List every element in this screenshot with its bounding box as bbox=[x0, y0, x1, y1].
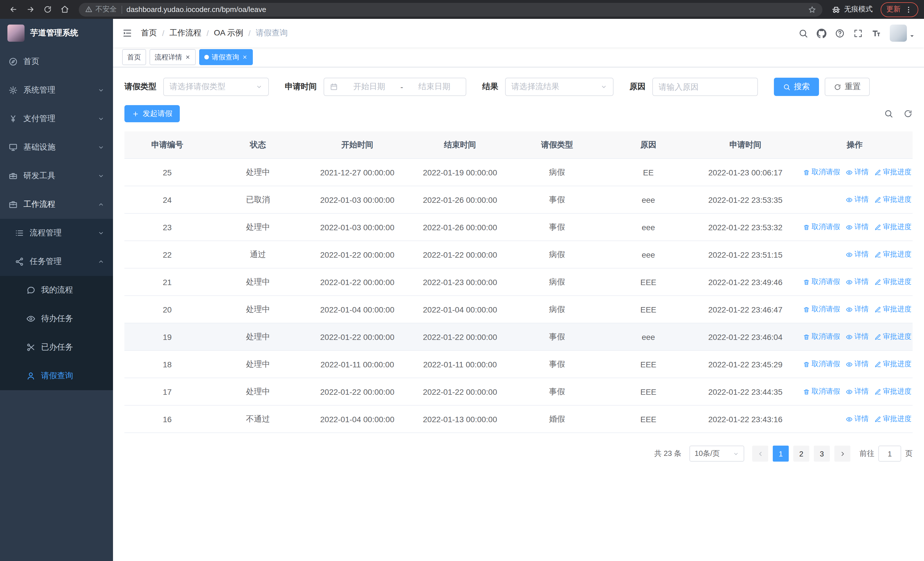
action-cancel[interactable]: 取消请假 bbox=[803, 304, 840, 314]
action-progress[interactable]: 审批进度 bbox=[874, 332, 912, 341]
header-search-icon[interactable] bbox=[798, 28, 808, 38]
browser-forward-icon[interactable] bbox=[23, 2, 38, 17]
action-progress[interactable]: 审批进度 bbox=[874, 167, 912, 177]
action-detail[interactable]: 详情 bbox=[846, 359, 868, 369]
action-progress[interactable]: 审批进度 bbox=[874, 304, 912, 314]
action-label: 详情 bbox=[854, 167, 868, 177]
sidebar-item-home[interactable]: 首页 bbox=[0, 47, 113, 76]
action-detail[interactable]: 详情 bbox=[846, 332, 868, 341]
cell-applied: 2022-01-22 23:44:35 bbox=[694, 387, 797, 396]
sidebar-item-my-process[interactable]: 我的流程 bbox=[0, 276, 113, 304]
action-cancel[interactable]: 取消请假 bbox=[803, 387, 840, 397]
page-button-3[interactable]: 3 bbox=[814, 445, 830, 462]
action-progress[interactable]: 审批进度 bbox=[874, 414, 912, 424]
prev-page-button[interactable] bbox=[752, 445, 768, 462]
goto-page-input[interactable] bbox=[878, 445, 901, 462]
action-detail[interactable]: 详情 bbox=[846, 195, 868, 205]
content: 请假类型 请选择请假类型 申请时间 开始日期 - 结束日期 bbox=[113, 68, 924, 561]
eye-icon bbox=[846, 333, 853, 340]
reason-input[interactable] bbox=[652, 78, 758, 96]
cell-end: 2022-01-26 00:00:00 bbox=[409, 223, 512, 232]
cell-type: 病假 bbox=[512, 304, 603, 314]
breadcrumb-item[interactable]: 首页 bbox=[141, 28, 157, 38]
search-button[interactable]: 搜索 bbox=[774, 78, 819, 96]
result-select[interactable]: 请选择流结果 bbox=[505, 78, 614, 96]
browser-reload-icon[interactable] bbox=[40, 2, 55, 17]
browser-menu-icon[interactable] bbox=[904, 5, 913, 14]
result-label: 结果 bbox=[482, 82, 498, 92]
action-detail[interactable]: 详情 bbox=[846, 277, 868, 287]
column-header: 结束时间 bbox=[409, 140, 512, 150]
tab-item[interactable]: 流程详情 bbox=[150, 49, 196, 65]
sidebar-item-process-mgmt[interactable]: 流程管理 bbox=[0, 219, 113, 247]
close-icon[interactable] bbox=[242, 54, 248, 60]
bookmark-star-icon[interactable] bbox=[808, 5, 816, 14]
sidebar-item-system[interactable]: 系统管理 bbox=[0, 76, 113, 105]
action-progress[interactable]: 审批进度 bbox=[874, 222, 912, 232]
sidebar-filler bbox=[0, 390, 113, 561]
action-label: 详情 bbox=[854, 195, 868, 205]
action-detail[interactable]: 详情 bbox=[846, 222, 868, 232]
action-detail[interactable]: 详情 bbox=[846, 250, 868, 259]
tab-active[interactable]: 请假查询 bbox=[199, 49, 253, 65]
action-progress[interactable]: 审批进度 bbox=[874, 277, 912, 287]
action-detail[interactable]: 详情 bbox=[846, 414, 868, 424]
font-size-icon[interactable] bbox=[872, 28, 881, 38]
date-range-picker[interactable]: 开始日期 - 结束日期 bbox=[324, 78, 466, 96]
sidebar-item-devtools[interactable]: 研发工具 bbox=[0, 162, 113, 190]
sidebar-item-leave-query[interactable]: 请假查询 bbox=[0, 362, 113, 390]
sidebar-item-infrastructure[interactable]: 基础设施 bbox=[0, 133, 113, 162]
reason-label: 原因 bbox=[630, 82, 645, 92]
cell-status: 处理中 bbox=[210, 387, 306, 397]
sidebar-item-workflow[interactable]: 工作流程 bbox=[0, 190, 113, 219]
action-cancel[interactable]: 取消请假 bbox=[803, 222, 840, 232]
action-progress[interactable]: 审批进度 bbox=[874, 387, 912, 397]
create-leave-button[interactable]: 发起请假 bbox=[124, 105, 180, 122]
action-cancel[interactable]: 取消请假 bbox=[803, 332, 840, 341]
action-detail[interactable]: 详情 bbox=[846, 387, 868, 397]
action-cancel[interactable]: 取消请假 bbox=[803, 359, 840, 369]
sidebar-item-payment[interactable]: 支付管理 bbox=[0, 105, 113, 133]
cell-id: 16 bbox=[124, 415, 210, 424]
next-page-button[interactable] bbox=[834, 445, 850, 462]
leave-type-select[interactable]: 请选择请假类型 bbox=[163, 78, 269, 96]
tab-item[interactable]: 首页 bbox=[122, 49, 146, 65]
incognito-label: 无痕模式 bbox=[844, 5, 873, 14]
action-cancel[interactable]: 取消请假 bbox=[803, 277, 840, 287]
breadcrumb-item[interactable]: 工作流程 bbox=[170, 28, 201, 38]
user-avatar[interactable] bbox=[890, 24, 907, 42]
action-progress[interactable]: 审批进度 bbox=[874, 250, 912, 259]
sidebar-toggle-icon[interactable] bbox=[122, 28, 132, 38]
fullscreen-icon[interactable] bbox=[853, 28, 863, 38]
sidebar-item-label: 待办任务 bbox=[41, 314, 105, 324]
github-icon[interactable] bbox=[817, 28, 826, 38]
action-cancel[interactable]: 取消请假 bbox=[803, 167, 840, 177]
sidebar-item-task-mgmt[interactable]: 任务管理 bbox=[0, 247, 113, 276]
page-button-2[interactable]: 2 bbox=[793, 445, 809, 462]
address-bar[interactable]: 不安全 dashboard.yudao.iocoder.cn/bpm/oa/le… bbox=[79, 3, 822, 16]
table-toolbar: 发起请假 bbox=[124, 105, 913, 122]
cell-reason: EEE bbox=[603, 277, 694, 286]
action-progress[interactable]: 审批进度 bbox=[874, 359, 912, 369]
page-size-select[interactable]: 10条/页 bbox=[689, 445, 744, 462]
page-button-1[interactable]: 1 bbox=[773, 445, 789, 462]
toggle-search-icon[interactable] bbox=[884, 109, 893, 118]
action-detail[interactable]: 详情 bbox=[846, 304, 868, 314]
cell-reason: EE bbox=[603, 168, 694, 177]
close-icon[interactable] bbox=[185, 54, 190, 60]
refresh-table-icon[interactable] bbox=[903, 109, 913, 118]
user-menu[interactable] bbox=[890, 24, 915, 42]
sidebar-item-done-task[interactable]: 已办任务 bbox=[0, 333, 113, 362]
reset-button[interactable]: 重置 bbox=[825, 78, 870, 96]
site-security-indicator[interactable]: 不安全 bbox=[85, 5, 117, 14]
action-detail[interactable]: 详情 bbox=[846, 167, 868, 177]
sidebar-item-todo-task[interactable]: 待办任务 bbox=[0, 304, 113, 333]
action-progress[interactable]: 审批进度 bbox=[874, 195, 912, 205]
breadcrumb-item[interactable]: OA 示例 bbox=[214, 28, 243, 38]
help-icon[interactable] bbox=[835, 28, 844, 38]
browser-back-icon[interactable] bbox=[6, 2, 21, 17]
browser-update-button[interactable]: 更新 bbox=[880, 2, 918, 17]
browser-home-icon[interactable] bbox=[57, 2, 72, 17]
calendar-icon bbox=[330, 83, 338, 91]
row-actions: 取消请假详情审批进度 bbox=[797, 167, 913, 177]
